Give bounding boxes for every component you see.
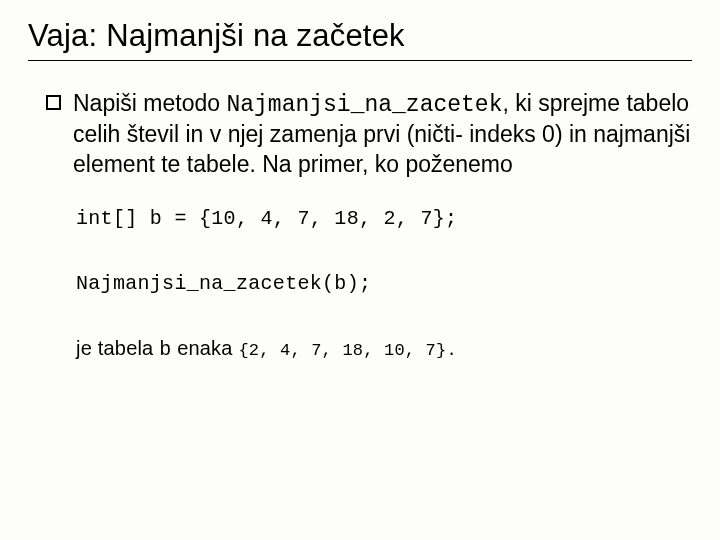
slide-title: Vaja: Najmanjši na začetek: [28, 18, 692, 61]
code-declaration: int[] b = {10, 4, 7, 18, 2, 7};: [28, 207, 692, 230]
method-name: Najmanjsi_na_zacetek: [226, 92, 502, 118]
bullet-prefix: Napiši metodo: [73, 90, 226, 116]
result-prefix: je tabela: [76, 337, 159, 359]
code-call: Najmanjsi_na_zacetek(b);: [28, 272, 692, 295]
bullet-item: Napiši metodo Najmanjsi_na_zacetek, ki s…: [28, 89, 692, 179]
bullet-text: Napiši metodo Najmanjsi_na_zacetek, ki s…: [73, 89, 692, 179]
slide-container: Vaja: Najmanjši na začetek Napiši metodo…: [0, 0, 720, 381]
result-var: b: [159, 338, 171, 361]
result-array: {2, 4, 7, 18, 10, 7}.: [238, 341, 456, 360]
square-bullet-icon: [46, 95, 61, 110]
result-mid: enaka: [171, 337, 238, 359]
result-line: je tabela b enaka {2, 4, 7, 18, 10, 7}.: [28, 337, 692, 361]
